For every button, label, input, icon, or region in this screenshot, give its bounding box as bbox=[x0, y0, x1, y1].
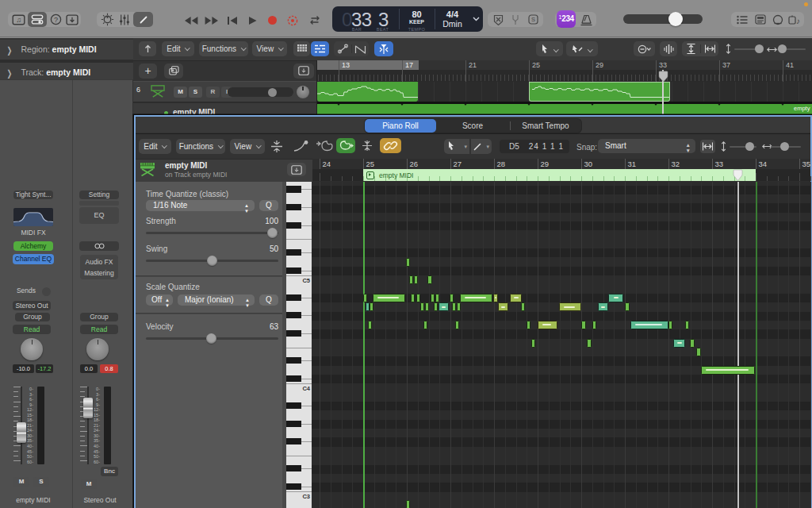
svg-text:♫: ♫ bbox=[16, 16, 21, 24]
svg-text:♪: ♪ bbox=[796, 17, 800, 25]
svg-text:?: ? bbox=[53, 16, 57, 24]
svg-text:S: S bbox=[530, 16, 534, 23]
